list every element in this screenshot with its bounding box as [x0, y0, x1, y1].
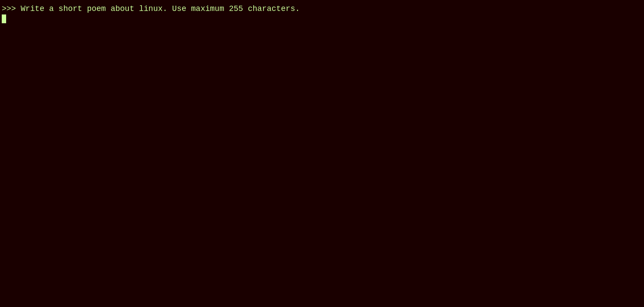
terminal-window[interactable]: >>> Write a short poem about linux. Use …	[0, 0, 644, 307]
command-line: >>> Write a short poem about linux. Use …	[0, 4, 644, 14]
command-text: Write a short poem about linux. Use maxi…	[16, 4, 300, 14]
terminal-cursor	[2, 14, 6, 23]
cursor-line	[0, 14, 644, 23]
prompt-symbol: >>>	[2, 4, 16, 14]
